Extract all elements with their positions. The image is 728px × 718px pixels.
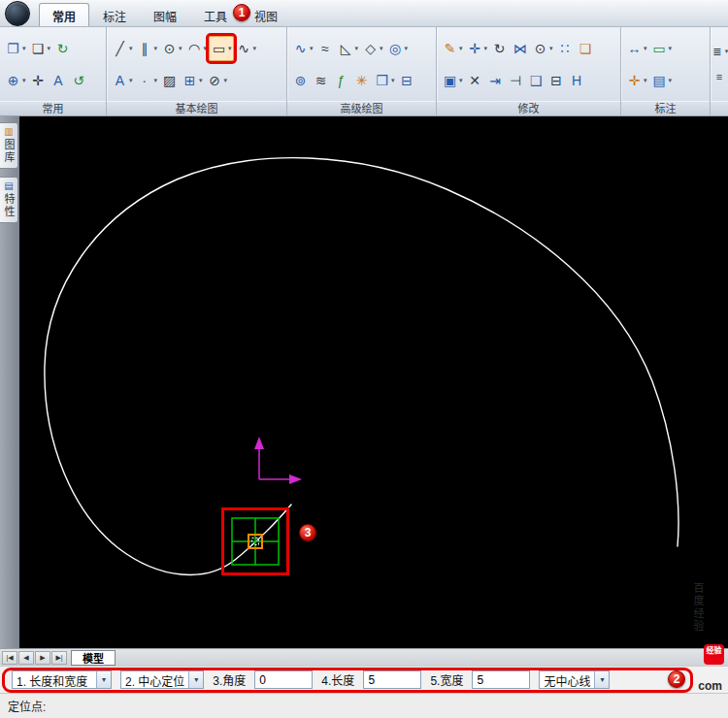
group-label-modify: 修改: [437, 101, 620, 115]
ring-tool[interactable]: ⊚: [290, 68, 311, 93]
stretch-tool[interactable]: ⊟: [546, 68, 567, 93]
block-tool[interactable]: ❒: [372, 68, 397, 93]
trim-tool[interactable]: ▣: [440, 68, 465, 93]
redo-tool[interactable]: ↻: [52, 36, 73, 61]
explode-tool[interactable]: H: [567, 68, 587, 93]
ribbon-group-common: ❐❏↻ ⊕✛A↺ 常用: [0, 27, 107, 115]
sidebar-tab-library[interactable]: ▥ 图库: [0, 122, 18, 169]
ribbon: ❐❏↻ ⊕✛A↺ 常用 ╱∥⊙◠▭∿ A∙▨⊞⊘ 基本绘图: [0, 27, 728, 116]
array-tool[interactable]: ∷: [555, 36, 576, 61]
angle-line-tool[interactable]: ◺: [336, 36, 361, 61]
length-input[interactable]: [363, 670, 421, 689]
width-label: 5.宽度: [430, 671, 463, 688]
size-mode-combo[interactable]: 1. 长度和宽度 ▾: [12, 670, 112, 689]
sheet-nav-button[interactable]: ◀: [18, 651, 34, 665]
watermark-vertical-text: 百度经验: [690, 582, 706, 633]
curve-tool[interactable]: ∿: [290, 36, 315, 61]
sheet-nav-button[interactable]: ▶: [35, 651, 50, 665]
ribbon-group-dimension: ↔▭ ✛▤ 标注: [621, 27, 711, 115]
formula-curve-tool[interactable]: ƒ: [331, 68, 351, 93]
sidebar-tab-icon: ▥: [4, 127, 13, 137]
panel-more-button[interactable]: ≣: [709, 39, 728, 64]
circle-tool[interactable]: ⊙: [159, 36, 184, 61]
ellipse-tool[interactable]: ⊘: [205, 68, 230, 93]
sheet-nav-button[interactable]: ▶|: [51, 651, 67, 665]
centerline-combo[interactable]: 无中心线 ▾: [539, 670, 610, 689]
status-bar: 定位点:: [0, 693, 728, 718]
regen-tool[interactable]: ↺: [69, 68, 89, 93]
polygon-tool[interactable]: ◇: [360, 36, 385, 61]
edit-tool[interactable]: ✎: [440, 36, 465, 61]
point-tool[interactable]: ∙: [135, 68, 160, 93]
menu-tab-common[interactable]: 常用: [39, 3, 89, 26]
ribbon-overflow-rail: ≣≡: [711, 27, 728, 115]
axis-arrowheads: [254, 437, 302, 484]
chevron-down-icon[interactable]: ▾: [188, 671, 203, 688]
mirror-tool[interactable]: ⋈: [510, 36, 530, 61]
multiline-tool[interactable]: ≋: [311, 68, 331, 93]
angle-input[interactable]: [254, 670, 313, 689]
sheet-tab-bar: |◀◀▶▶| 模型: [0, 648, 728, 666]
menu-tab-sheet[interactable]: 图幅: [140, 3, 190, 26]
group-label-dimension: 标注: [621, 101, 710, 115]
extend-tool[interactable]: ⇥: [485, 68, 506, 93]
main-area: ▥ 图库 ▤ 特性: [0, 116, 728, 648]
style-tool[interactable]: A: [49, 68, 69, 93]
coordinate-dim-tool[interactable]: ✛: [624, 68, 649, 93]
position-mode-combo[interactable]: 2. 中心定位 ▾: [120, 670, 204, 689]
group-label-basic-drawing: 基本绘图: [107, 101, 286, 115]
circular-array-tool[interactable]: ⊙: [530, 36, 555, 61]
pan-tool[interactable]: ✛: [28, 68, 49, 93]
scale-tool[interactable]: ❑: [526, 68, 546, 93]
star-tool[interactable]: ✳: [351, 68, 372, 93]
tab-model[interactable]: 模型: [71, 650, 116, 666]
menu-bar: 常用 标注 图幅 工具 视图 1: [0, 0, 728, 27]
annotation-badge-3: 3: [299, 524, 316, 541]
wave-tool[interactable]: ≈: [315, 36, 336, 61]
arc-tool[interactable]: ◠: [184, 36, 210, 61]
line-tool[interactable]: ╱: [110, 36, 135, 61]
drawing-canvas[interactable]: 3: [19, 116, 728, 648]
status-prompt: 定位点:: [8, 698, 46, 714]
copy-tool[interactable]: ❏: [28, 36, 53, 61]
parallel-tool[interactable]: ∥: [135, 36, 160, 61]
rectangle-tool[interactable]: ▭: [209, 36, 234, 61]
offset-tool[interactable]: ❏: [576, 36, 596, 61]
rotate-tool[interactable]: ↻: [489, 36, 510, 61]
concentric-circle-tool[interactable]: ◎: [385, 36, 411, 61]
menu-tab-dimension[interactable]: 标注: [89, 3, 140, 26]
menu-tabs: 常用 标注 图幅 工具 视图: [39, 3, 291, 26]
length-label: 4.长度: [321, 671, 354, 688]
leader-text-tool[interactable]: ▭: [649, 36, 675, 61]
paste-tool[interactable]: ❐: [3, 36, 28, 61]
width-input[interactable]: [472, 670, 530, 689]
panel-menu-button[interactable]: ≡: [711, 64, 728, 89]
delete-tool[interactable]: ✕: [465, 68, 485, 93]
application-menu-button[interactable]: [5, 1, 30, 26]
ribbon-group-modify: ✎✛↻⋈⊙∷❏ ▣✕⇥⊣❑⊟H 修改: [437, 27, 621, 115]
dim-style-tool[interactable]: ▤: [649, 68, 675, 93]
dimension-tool[interactable]: ↔: [624, 36, 649, 61]
hatch-tool[interactable]: ▨: [159, 68, 180, 93]
watermark-domain: com: [698, 679, 722, 693]
annotation-box-3: [221, 507, 289, 575]
chevron-down-icon[interactable]: ▾: [96, 671, 111, 688]
chevron-down-icon[interactable]: ▾: [594, 671, 609, 688]
insert-block-tool[interactable]: ⊟: [397, 68, 417, 93]
group-label-common: 常用: [0, 101, 106, 115]
watermark-logo: 经验: [704, 644, 724, 665]
break-tool[interactable]: ⊣: [506, 68, 526, 93]
caxa-cad-app: 常用 标注 图幅 工具 视图 1: [0, 0, 728, 718]
move-tool[interactable]: ✛: [465, 36, 490, 61]
immediate-menu-bar: 2 1. 长度和宽度 ▾ 2. 中心定位 ▾ 3.角度 4.长度 5.宽度 无中…: [0, 666, 728, 693]
annotation-badge-1: 1: [233, 4, 250, 21]
sidebar-tab-icon: ▤: [4, 181, 13, 191]
text-tool[interactable]: A: [110, 68, 135, 93]
sidebar-tab-properties[interactable]: ▤ 特性: [0, 177, 18, 223]
spline-tool[interactable]: ∿: [234, 36, 259, 61]
sheet-nav-button[interactable]: |◀: [2, 651, 17, 665]
zoom-tool[interactable]: ⊕: [3, 68, 28, 93]
spiral-curve: [45, 158, 678, 575]
grid-tool[interactable]: ⊞: [180, 68, 205, 93]
ribbon-group-basic-drawing: ╱∥⊙◠▭∿ A∙▨⊞⊘ 基本绘图: [107, 27, 287, 115]
